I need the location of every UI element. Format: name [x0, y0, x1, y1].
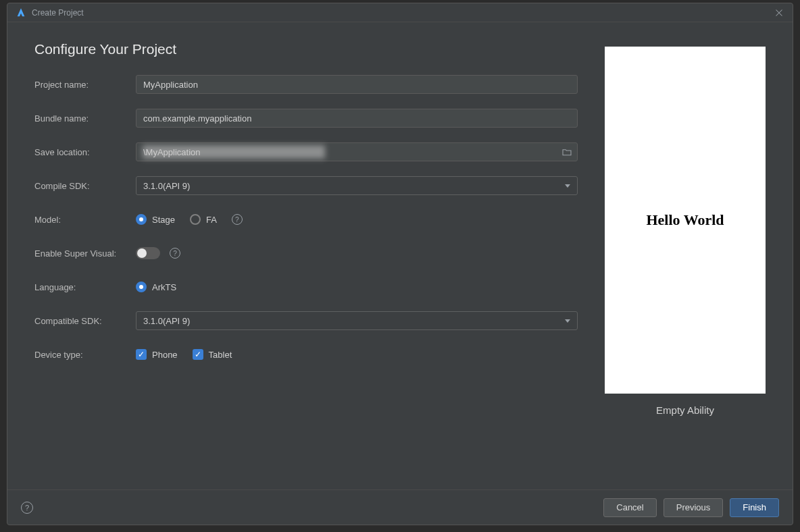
footer-help-icon[interactable]: ? — [21, 502, 33, 514]
dialog-content: Configure Your Project Project name: Bun… — [7, 22, 793, 489]
label-compatible-sdk: Compatible SDK: — [34, 316, 136, 326]
row-super-visual: Enable Super Visual: ? — [34, 244, 578, 263]
bundle-name-input[interactable] — [136, 109, 578, 128]
toggle-knob-icon — [137, 248, 147, 258]
row-device-type: Device type: ✓ Phone ✓ Tablet — [34, 345, 578, 364]
radio-model-fa[interactable]: FA — [190, 214, 217, 225]
compatible-sdk-value: 3.1.0(API 9) — [143, 316, 190, 326]
chevron-down-icon — [565, 319, 570, 323]
checkbox-label-phone: Phone — [152, 350, 178, 360]
preview-text: Hello World — [646, 211, 724, 229]
label-model: Model: — [34, 215, 136, 225]
previous-button[interactable]: Previous — [664, 498, 724, 517]
help-icon[interactable]: ? — [170, 248, 180, 259]
compile-sdk-select[interactable]: 3.1.0(API 9) — [136, 176, 578, 195]
label-device-type: Device type: — [34, 350, 136, 360]
row-compile-sdk: Compile SDK: 3.1.0(API 9) — [34, 176, 578, 195]
radio-dot-icon — [190, 214, 201, 225]
checkbox-check-icon: ✓ — [136, 349, 147, 360]
redacted-path-overlay — [143, 145, 325, 159]
radio-label-arkts: ArkTS — [152, 282, 176, 292]
radio-dot-icon — [136, 214, 147, 225]
row-language: Language: ArkTS — [34, 277, 578, 296]
row-model: Model: Stage FA ? — [34, 210, 578, 229]
finish-button[interactable]: Finish — [730, 498, 779, 517]
cancel-button[interactable]: Cancel — [603, 498, 656, 517]
checkbox-tablet[interactable]: ✓ Tablet — [193, 349, 232, 360]
checkbox-phone[interactable]: ✓ Phone — [136, 349, 178, 360]
radio-language-arkts[interactable]: ArkTS — [136, 282, 176, 292]
create-project-dialog: Create Project Configure Your Project Pr… — [7, 3, 793, 525]
preview-caption: Empty Ability — [656, 404, 714, 416]
compatible-sdk-select[interactable]: 3.1.0(API 9) — [136, 311, 578, 330]
project-name-input[interactable] — [136, 75, 578, 94]
label-super-visual: Enable Super Visual: — [34, 248, 136, 259]
browse-folder-icon[interactable] — [561, 147, 572, 157]
label-compile-sdk: Compile SDK: — [34, 181, 136, 191]
super-visual-toggle[interactable] — [136, 247, 160, 259]
radio-label-fa: FA — [206, 215, 217, 225]
radio-dot-icon — [136, 282, 147, 292]
label-project-name: Project name: — [34, 80, 136, 90]
checkbox-label-tablet: Tablet — [209, 350, 232, 360]
chevron-down-icon — [565, 184, 570, 188]
phone-preview: Hello World — [605, 47, 766, 394]
dialog-footer: ? Cancel Previous Finish — [7, 489, 793, 525]
compile-sdk-value: 3.1.0(API 9) — [143, 181, 190, 191]
row-save-location: Save location: — [34, 142, 578, 161]
row-bundle-name: Bundle name: — [34, 109, 578, 128]
page-title: Configure Your Project — [34, 41, 578, 57]
label-language: Language: — [34, 282, 136, 292]
close-icon[interactable] — [774, 7, 784, 18]
radio-label-stage: Stage — [152, 215, 175, 225]
checkbox-check-icon: ✓ — [193, 349, 203, 360]
row-compatible-sdk: Compatible SDK: 3.1.0(API 9) — [34, 311, 578, 330]
help-icon[interactable]: ? — [232, 214, 243, 225]
app-logo-icon — [16, 7, 26, 18]
radio-model-stage[interactable]: Stage — [136, 214, 175, 225]
row-project-name: Project name: — [34, 75, 578, 94]
form-area: Configure Your Project Project name: Bun… — [34, 41, 578, 476]
window-title: Create Project — [32, 8, 774, 18]
preview-area: Hello World Empty Ability — [605, 41, 766, 476]
label-save-location: Save location: — [34, 147, 136, 157]
titlebar: Create Project — [7, 3, 793, 22]
label-bundle-name: Bundle name: — [34, 113, 136, 124]
